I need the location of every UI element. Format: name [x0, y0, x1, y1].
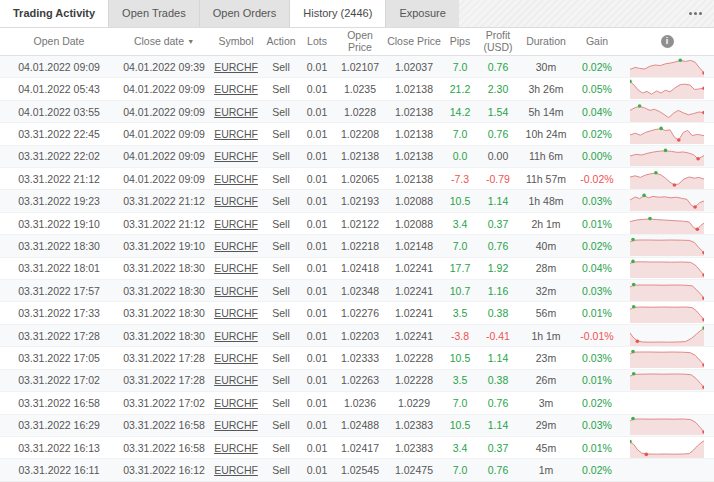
open-marker-dot [632, 305, 636, 309]
symbol-link-text[interactable]: EURCHF [214, 397, 258, 409]
symbol-link-text[interactable]: EURCHF [214, 352, 258, 364]
trading-activity-widget: Trading Activity Open TradesOpen OrdersH… [0, 0, 714, 482]
cell-lots: 0.01 [300, 464, 334, 476]
symbol-link[interactable]: EURCHF [210, 173, 262, 185]
symbol-link-text[interactable]: EURCHF [214, 442, 258, 454]
cell-close-date: 04.01.2022 09:09 [118, 106, 210, 118]
symbol-link[interactable]: EURCHF [210, 106, 262, 118]
symbol-link[interactable]: EURCHF [210, 419, 262, 431]
cell-duration: 45m [518, 442, 574, 454]
cell-action: Sell [262, 307, 300, 319]
cell-open-date: 03.31.2022 22:45 [0, 128, 118, 140]
cell-close-price: 1.02241 [386, 307, 442, 319]
table-row: 03.31.2022 17:5703.31.2022 18:30EURCHFSe… [0, 280, 714, 302]
symbol-link[interactable]: EURCHF [210, 464, 262, 476]
symbol-link[interactable]: EURCHF [210, 61, 262, 73]
column-header-close-date[interactable]: Close date▼ [118, 36, 210, 48]
cell-lots: 0.01 [300, 83, 334, 95]
table-row: 03.31.2022 17:3303.31.2022 18:30EURCHFSe… [0, 302, 714, 324]
cell-action: Sell [262, 61, 300, 73]
symbol-link[interactable]: EURCHF [210, 352, 262, 364]
symbol-link[interactable]: EURCHF [210, 442, 262, 454]
symbol-link-text[interactable]: EURCHF [214, 285, 258, 297]
table-row: 03.31.2022 17:0203.31.2022 17:28EURCHFSe… [0, 370, 714, 392]
symbol-link[interactable]: EURCHF [210, 397, 262, 409]
cell-close-date: 04.01.2022 09:09 [118, 150, 210, 162]
symbol-link[interactable]: EURCHF [210, 374, 262, 386]
cell-pips: 7.0 [442, 464, 478, 476]
symbol-link-text[interactable]: EURCHF [214, 83, 258, 95]
symbol-link[interactable]: EURCHF [210, 307, 262, 319]
tab-history-2446[interactable]: History (2446) [289, 0, 385, 27]
cell-profit: 0.76 [478, 128, 518, 140]
cell-close-date: 03.31.2022 18:30 [118, 285, 210, 297]
symbol-link-text[interactable]: EURCHF [214, 218, 258, 230]
cell-pips: 14.2 [442, 106, 478, 118]
cell-action: Sell [262, 150, 300, 162]
symbol-link[interactable]: EURCHF [210, 262, 262, 274]
symbol-link-text[interactable]: EURCHF [214, 61, 258, 73]
open-marker-dot [648, 216, 652, 220]
symbol-link[interactable]: EURCHF [210, 150, 262, 162]
table-row: 03.31.2022 21:1204.01.2022 09:09EURCHFSe… [0, 168, 714, 190]
cell-duration: 23m [518, 352, 574, 364]
cell-lots: 0.01 [300, 106, 334, 118]
trade-sparkline-chart [620, 258, 714, 279]
symbol-link-text[interactable]: EURCHF [214, 262, 258, 274]
symbol-link[interactable]: EURCHF [210, 128, 262, 140]
cell-action: Sell [262, 262, 300, 274]
trade-sparkline-chart [620, 123, 714, 144]
symbol-link[interactable]: EURCHF [210, 195, 262, 207]
cell-gain: 0.04% [574, 262, 620, 274]
cell-gain: 0.05% [574, 83, 620, 95]
chart-column-header[interactable]: i [620, 35, 714, 48]
symbol-link-text[interactable]: EURCHF [214, 195, 258, 207]
cell-duration: 28m [518, 262, 574, 274]
cell-profit: 0.76 [478, 61, 518, 73]
cell-close-date: 04.01.2022 09:09 [118, 173, 210, 185]
table-row: 03.31.2022 18:3003.31.2022 19:10EURCHFSe… [0, 235, 714, 257]
more-options-icon[interactable] [687, 8, 704, 19]
cell-open-date: 03.31.2022 16:13 [0, 442, 118, 454]
cell-profit: 0.76 [478, 240, 518, 252]
symbol-link-text[interactable]: EURCHF [214, 240, 258, 252]
symbol-link-text[interactable]: EURCHF [214, 330, 258, 342]
symbol-link-text[interactable]: EURCHF [214, 150, 258, 162]
trade-sparkline-chart [620, 415, 714, 436]
cell-duration: 1m [518, 464, 574, 476]
info-icon[interactable]: i [661, 35, 674, 48]
trade-sparkline-chart [620, 459, 714, 480]
cell-action: Sell [262, 83, 300, 95]
cell-close-price: 1.02138 [386, 150, 442, 162]
symbol-link[interactable]: EURCHF [210, 330, 262, 342]
open-marker-dot [654, 171, 658, 175]
symbol-link-text[interactable]: EURCHF [214, 128, 258, 140]
symbol-link-text[interactable]: EURCHF [214, 419, 258, 431]
tab-exposure[interactable]: Exposure [385, 0, 458, 27]
symbol-link-text[interactable]: EURCHF [214, 173, 258, 185]
table-row: 04.01.2022 03:5504.01.2022 09:09EURCHFSe… [0, 101, 714, 123]
tab-open-trades[interactable]: Open Trades [108, 0, 199, 27]
tab-open-orders[interactable]: Open Orders [199, 0, 290, 27]
close-marker-dot [645, 452, 649, 456]
symbol-link-text[interactable]: EURCHF [214, 106, 258, 118]
column-header-symbol: Symbol [210, 36, 262, 48]
symbol-link-text[interactable]: EURCHF [214, 374, 258, 386]
cell-open-date: 03.31.2022 17:33 [0, 307, 118, 319]
cell-pips: -7.3 [442, 173, 478, 185]
cell-open-date: 03.31.2022 18:01 [0, 262, 118, 274]
trade-sparkline-chart [620, 213, 714, 234]
cell-open-date: 03.31.2022 19:23 [0, 195, 118, 207]
symbol-link[interactable]: EURCHF [210, 285, 262, 297]
symbol-link-text[interactable]: EURCHF [214, 307, 258, 319]
close-marker-dot [677, 138, 681, 142]
symbol-link[interactable]: EURCHF [210, 83, 262, 95]
table-row: 03.31.2022 17:2803.31.2022 18:30EURCHFSe… [0, 325, 714, 347]
tab-trading-activity[interactable]: Trading Activity [0, 0, 108, 27]
cell-gain: 0.03% [574, 195, 620, 207]
symbol-link[interactable]: EURCHF [210, 218, 262, 230]
symbol-link[interactable]: EURCHF [210, 240, 262, 252]
cell-open-price: 1.02348 [334, 285, 386, 297]
cell-action: Sell [262, 442, 300, 454]
symbol-link-text[interactable]: EURCHF [214, 464, 258, 476]
